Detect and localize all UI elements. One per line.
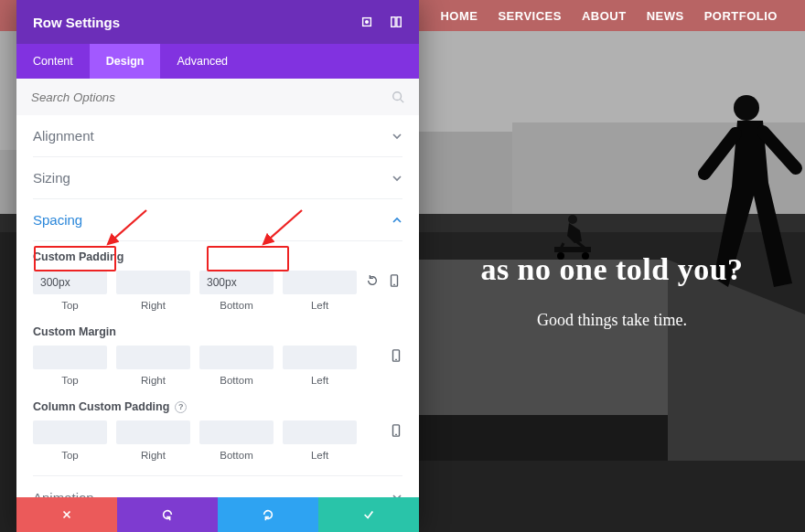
section-spacing[interactable]: Spacing bbox=[33, 199, 402, 241]
column-padding-bottom-input[interactable] bbox=[199, 420, 274, 444]
side-left-label: Left bbox=[311, 450, 328, 461]
column-padding-left-input[interactable] bbox=[283, 420, 357, 444]
search-input[interactable] bbox=[31, 90, 367, 104]
panel-footer bbox=[16, 497, 419, 532]
redo-icon bbox=[262, 508, 274, 521]
side-right-label: Right bbox=[141, 300, 166, 311]
custom-padding-label: Custom Padding bbox=[33, 250, 402, 263]
side-left-label: Left bbox=[311, 375, 328, 386]
check-icon bbox=[362, 508, 375, 521]
svg-rect-17 bbox=[392, 17, 395, 27]
svg-rect-18 bbox=[397, 17, 401, 27]
close-icon bbox=[60, 508, 73, 521]
custom-margin-right-input[interactable] bbox=[116, 346, 190, 369]
help-icon[interactable]: ? bbox=[175, 401, 187, 413]
section-spacing-label: Spacing bbox=[33, 212, 82, 228]
nav-about[interactable]: ABOUT bbox=[582, 9, 627, 23]
section-animation[interactable]: Animation bbox=[33, 476, 402, 497]
custom-padding-top-input[interactable] bbox=[33, 271, 107, 294]
search-row bbox=[16, 79, 419, 115]
expand-icon[interactable] bbox=[360, 16, 373, 28]
panel-body: Alignment Sizing Spacing Custom Padding … bbox=[16, 115, 419, 497]
spacing-body: Custom Padding Top Right Bottom Left bbox=[33, 241, 402, 476]
hero-title: as no one told you? bbox=[419, 252, 805, 287]
hero-subtitle: Good things take time. bbox=[419, 311, 805, 330]
custom-padding-row: Top Right Bottom Left bbox=[33, 271, 402, 311]
column-padding-right-input[interactable] bbox=[116, 420, 190, 444]
snap-icon[interactable] bbox=[390, 16, 402, 28]
side-top-label: Top bbox=[61, 375, 79, 386]
custom-padding-bottom-input[interactable] bbox=[199, 271, 274, 294]
svg-point-19 bbox=[393, 92, 402, 101]
tab-content[interactable]: Content bbox=[16, 44, 90, 79]
custom-margin-label: Custom Margin bbox=[33, 325, 402, 338]
chevron-down-icon bbox=[392, 173, 402, 184]
undo-icon bbox=[161, 508, 174, 521]
side-bottom-label: Bottom bbox=[220, 300, 252, 311]
side-top-label: Top bbox=[61, 450, 79, 461]
nav-services[interactable]: SERVICES bbox=[498, 9, 562, 23]
tab-advanced[interactable]: Advanced bbox=[160, 44, 244, 79]
tab-design[interactable]: Design bbox=[90, 44, 161, 79]
section-alignment[interactable]: Alignment bbox=[33, 115, 402, 157]
save-button[interactable] bbox=[318, 497, 419, 532]
svg-line-20 bbox=[401, 100, 404, 103]
nav-portfolio[interactable]: PORTFOLIO bbox=[704, 9, 778, 23]
side-top-label: Top bbox=[61, 300, 79, 311]
column-custom-padding-label: Column Custom Padding ? bbox=[33, 400, 402, 413]
chevron-up-icon bbox=[392, 215, 402, 226]
side-bottom-label: Bottom bbox=[220, 450, 252, 461]
custom-margin-left-input[interactable] bbox=[283, 346, 357, 369]
row-settings-panel: Row Settings Content Design Advanced Ali… bbox=[16, 0, 419, 532]
side-bottom-label: Bottom bbox=[220, 375, 252, 386]
side-right-label: Right bbox=[141, 450, 166, 461]
custom-margin-top-input[interactable] bbox=[33, 346, 107, 369]
side-left-label: Left bbox=[311, 300, 328, 311]
panel-title: Row Settings bbox=[33, 15, 120, 30]
section-sizing-label: Sizing bbox=[33, 170, 70, 186]
responsive-icon[interactable] bbox=[388, 274, 401, 287]
section-alignment-label: Alignment bbox=[33, 128, 94, 144]
column-padding-top-input[interactable] bbox=[33, 420, 107, 444]
column-custom-padding-text: Column Custom Padding bbox=[33, 400, 169, 413]
column-custom-padding-row: Top Right Bottom Left bbox=[33, 420, 402, 461]
custom-padding-right-input[interactable] bbox=[116, 271, 190, 294]
custom-margin-bottom-input[interactable] bbox=[199, 346, 274, 369]
chevron-down-icon bbox=[392, 131, 402, 142]
search-icon[interactable] bbox=[392, 90, 404, 103]
undo-button[interactable] bbox=[117, 497, 218, 532]
side-right-label: Right bbox=[141, 375, 166, 386]
responsive-icon[interactable] bbox=[390, 424, 402, 437]
nav-home[interactable]: HOME bbox=[440, 9, 478, 23]
section-animation-label: Animation bbox=[33, 490, 94, 498]
reset-icon[interactable] bbox=[366, 274, 379, 287]
svg-point-16 bbox=[366, 21, 369, 24]
panel-tabs: Content Design Advanced bbox=[16, 44, 419, 79]
nav-news[interactable]: NEWS bbox=[647, 9, 684, 23]
cancel-button[interactable] bbox=[16, 497, 117, 532]
panel-header: Row Settings bbox=[16, 0, 419, 44]
custom-padding-left-input[interactable] bbox=[283, 271, 357, 294]
section-sizing[interactable]: Sizing bbox=[33, 157, 402, 199]
custom-margin-row: Top Right Bottom Left bbox=[33, 346, 402, 386]
responsive-icon[interactable] bbox=[390, 349, 402, 362]
hero-text: as no one told you? Good things take tim… bbox=[419, 252, 805, 330]
redo-button[interactable] bbox=[218, 497, 318, 532]
